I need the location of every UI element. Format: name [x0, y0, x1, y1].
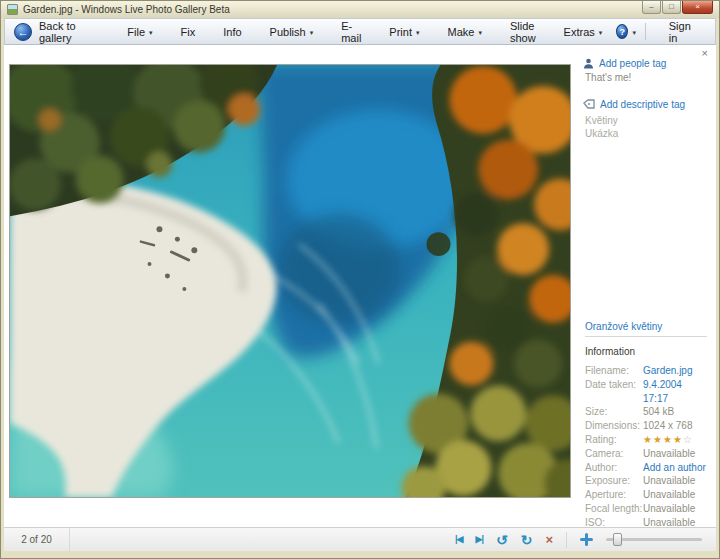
info-field-label: Focal length:: [585, 502, 643, 516]
back-to-gallery-label: Back to gallery: [39, 20, 101, 44]
menu-item-label: Info: [223, 26, 241, 38]
menu-item-label: Fix: [181, 26, 196, 38]
add-descriptive-tag-label: Add descriptive tag: [600, 99, 685, 110]
rotate-counterclockwise-button[interactable]: ↺: [496, 533, 508, 547]
controls-slot: |◀▶|↺↻×: [455, 533, 553, 547]
star-icon[interactable]: ★: [653, 434, 663, 445]
caption-link[interactable]: Oranžové květiny: [585, 321, 662, 332]
delete-button[interactable]: ×: [545, 533, 553, 546]
info-row: Aperture:Unavailable: [585, 488, 707, 502]
menu-item-email[interactable]: E-mail: [327, 19, 375, 44]
back-to-gallery-button[interactable]: ← Back to gallery: [5, 20, 113, 44]
chevron-down-icon: ▾: [310, 29, 314, 37]
info-field-label: Author:: [585, 461, 643, 475]
menu-item-label: Publish: [270, 26, 306, 38]
info-row: Dimensions:1024 x 768: [585, 419, 707, 433]
menu-item-label: Make: [448, 26, 475, 38]
navigation-controls: |◀▶|↺↻×: [455, 528, 702, 551]
menu-item-info[interactable]: Info: [209, 19, 255, 44]
info-row: Camera:Unavailable: [585, 447, 707, 461]
chevron-down-icon[interactable]: ▾: [632, 29, 636, 37]
rating-stars[interactable]: ★★★★☆: [643, 433, 693, 447]
tag-icon: [583, 99, 595, 110]
previous-button[interactable]: |◀: [455, 535, 462, 544]
star-icon[interactable]: ☆: [683, 434, 693, 445]
info-field-label: Filename:: [585, 364, 643, 378]
information-header: Information: [585, 346, 707, 357]
menu-item-make[interactable]: Make▾: [434, 19, 496, 44]
menu-item-extras[interactable]: Extras▾: [550, 19, 617, 44]
menu-item-file[interactable]: File▾: [113, 19, 166, 44]
app-icon: [7, 4, 18, 15]
info-field-label: Exposure:: [585, 474, 643, 488]
thats-me-link[interactable]: That's me!: [585, 72, 715, 83]
add-people-tag-button[interactable]: Add people tag: [583, 58, 715, 69]
zoom-slider-thumb[interactable]: [613, 533, 622, 546]
rotate-clockwise-button[interactable]: ↻: [521, 533, 533, 547]
info-field-label: Camera:: [585, 447, 643, 461]
person-icon: [583, 58, 594, 69]
menu-item-print[interactable]: Print▾: [375, 19, 433, 44]
add-descriptive-tag-button[interactable]: Add descriptive tag: [583, 99, 715, 110]
status-bar: 2 of 20 |◀▶|↺↻×: [4, 527, 716, 551]
tag-item[interactable]: Ukázka: [585, 127, 715, 140]
minimize-button[interactable]: –: [642, 1, 661, 14]
chevron-down-icon: ▾: [416, 29, 420, 37]
info-field-value[interactable]: 9.4.2004 17:17: [643, 378, 707, 406]
title-bar[interactable]: Garden.jpg - Windows Live Photo Gallery …: [1, 1, 719, 18]
info-row: Date taken:9.4.2004 17:17: [585, 378, 707, 406]
chevron-down-icon: ▾: [478, 29, 482, 37]
river-photo-illustration: [10, 65, 570, 497]
controls-separator: [566, 532, 567, 548]
chevron-down-icon: ▾: [149, 29, 153, 37]
menu-items: File▾FixInfoPublish▾E-mailPrint▾Make▾Sli…: [113, 19, 616, 44]
info-row: Size:504 kB: [585, 405, 707, 419]
information-section: Information Filename:Garden.jpgDate take…: [585, 336, 707, 530]
help-icon[interactable]: ?: [616, 24, 628, 39]
info-pane: × Add people tag That's me! Add descript…: [579, 45, 715, 527]
zoom-slider[interactable]: [606, 533, 702, 546]
window-controls: –□×: [642, 1, 713, 14]
info-field-label: Rating:: [585, 433, 643, 447]
menu-item-label: Print: [389, 26, 412, 38]
info-field-value: Unavailable: [643, 447, 695, 461]
back-arrow-icon: ←: [14, 23, 32, 41]
info-row: Exposure:Unavailable: [585, 474, 707, 488]
info-field-value: 504 kB: [643, 405, 674, 419]
tag-item[interactable]: Květiny: [585, 114, 715, 127]
menu-item-label: File: [127, 26, 145, 38]
star-icon[interactable]: ★: [673, 434, 683, 445]
info-field-value[interactable]: Garden.jpg: [643, 364, 692, 378]
info-field-label: Aperture:: [585, 488, 643, 502]
photo-gallery-window: Garden.jpg - Windows Live Photo Gallery …: [0, 0, 720, 559]
sign-in-button[interactable]: Sign in: [655, 20, 709, 44]
descriptive-tag-block: Add descriptive tag KvětinyUkázka: [579, 99, 715, 140]
info-field-label: Dimensions:: [585, 419, 643, 433]
window-title: Garden.jpg - Windows Live Photo Gallery …: [23, 4, 230, 15]
info-field-value: Unavailable: [643, 474, 695, 488]
info-field-label: Size:: [585, 405, 643, 419]
close-button[interactable]: ×: [682, 1, 713, 14]
info-field-value: 1024 x 768: [643, 419, 693, 433]
info-field-value[interactable]: Add an author: [643, 461, 706, 475]
maximize-button[interactable]: □: [662, 1, 681, 14]
menu-bar: ← Back to gallery File▾FixInfoPublish▾E-…: [4, 18, 716, 45]
info-row: Filename:Garden.jpg: [585, 364, 707, 378]
info-row: Rating:★★★★☆: [585, 433, 707, 447]
zoom-icon[interactable]: [580, 533, 593, 546]
info-field-value: Unavailable: [643, 502, 695, 516]
add-people-tag-label: Add people tag: [599, 58, 666, 69]
menu-item-publish[interactable]: Publish▾: [256, 19, 328, 44]
star-icon[interactable]: ★: [643, 434, 653, 445]
star-icon[interactable]: ★: [663, 434, 673, 445]
menu-item-fix[interactable]: Fix: [167, 19, 210, 44]
next-button[interactable]: ▶|: [475, 535, 482, 544]
menu-right-group: ? ▾ Sign in: [616, 20, 715, 44]
menu-item-label: Extras: [564, 26, 595, 38]
close-pane-icon[interactable]: ×: [702, 48, 708, 59]
info-row: Author:Add an author: [585, 461, 707, 475]
information-rows: Filename:Garden.jpgDate taken:9.4.2004 1…: [585, 364, 707, 530]
menu-item-slide-show[interactable]: Slide show: [496, 19, 550, 44]
photo-view[interactable]: [9, 64, 571, 498]
info-field-value: Unavailable: [643, 488, 695, 502]
